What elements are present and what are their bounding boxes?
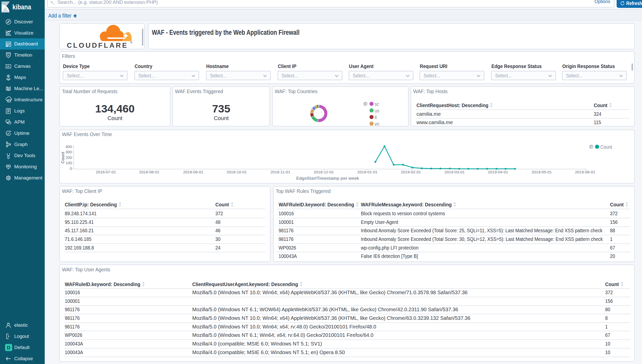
svg-text:2019-01-01: 2019-01-01 — [357, 170, 377, 174]
svg-text:100: 100 — [66, 161, 72, 165]
svg-text:D: D — [7, 345, 10, 350]
svg-text:2018-08-01: 2018-08-01 — [139, 170, 159, 174]
svg-text:2019-06-01: 2019-06-01 — [575, 170, 595, 174]
svg-text:2018-10-01: 2018-10-01 — [227, 170, 247, 174]
svg-text:2018-12-01: 2018-12-01 — [314, 170, 334, 174]
svg-text:®: ® — [130, 41, 132, 44]
svg-text:400: 400 — [66, 144, 72, 149]
svg-text:2018-11-01: 2018-11-01 — [270, 170, 290, 174]
svg-text:2019-05-01: 2019-05-01 — [532, 170, 552, 174]
svg-text:2018-07-01: 2018-07-01 — [96, 170, 116, 174]
svg-text:2019-04-01: 2019-04-01 — [488, 170, 508, 174]
svg-text:2019-02-01: 2019-02-01 — [401, 170, 421, 174]
svg-text:0: 0 — [70, 166, 72, 171]
svg-text:300: 300 — [66, 150, 72, 154]
svg-text:EdgeStartTimestamp per week: EdgeStartTimestamp per week — [296, 176, 359, 181]
svg-text:Count: Count — [61, 152, 65, 163]
svg-text:CLOUDFLARE: CLOUDFLARE — [67, 41, 128, 48]
svg-text:200: 200 — [66, 155, 72, 160]
svg-text:2019-03-01: 2019-03-01 — [444, 170, 464, 174]
svg-text:2018-09-01: 2018-09-01 — [183, 170, 203, 174]
